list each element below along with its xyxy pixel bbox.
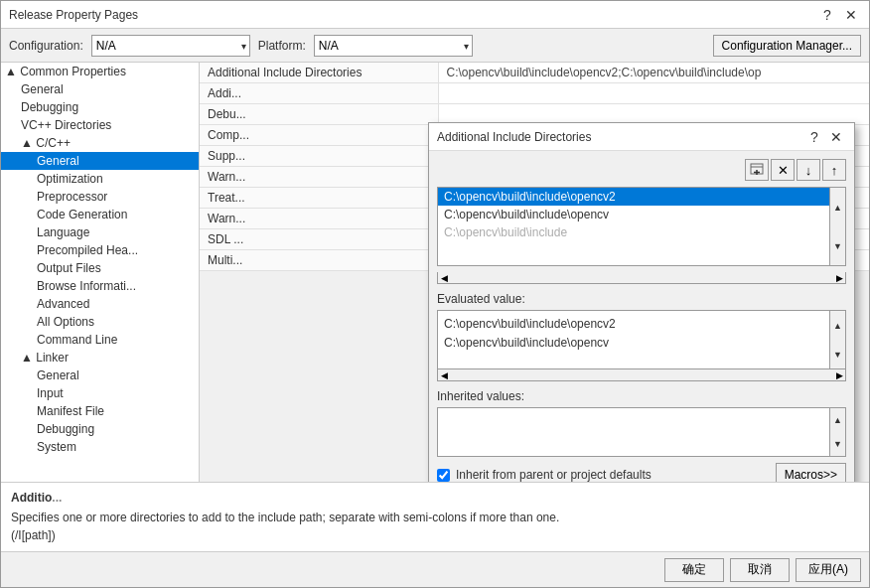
sidebar-item-input[interactable]: Input xyxy=(1,384,199,402)
inherit-checkbox[interactable] xyxy=(437,469,450,482)
dialog-body: ✕ ↓ ↑ C:\opencv\build\include\opencv2 C:… xyxy=(429,151,854,482)
inherited-scroll-down-button[interactable]: ▼ xyxy=(830,432,845,456)
eval-content: C:\opencv\build\include\opencv2 C:\openc… xyxy=(444,315,823,353)
sidebar-item-linker-debugging[interactable]: Debugging xyxy=(1,420,199,438)
sidebar-item-label: General xyxy=(37,154,79,168)
main-window: Release Property Pages ? ✕ Configuration… xyxy=(0,0,870,588)
desc-line1: Specifies one or more directories to add… xyxy=(11,509,859,526)
prop-name: Warn... xyxy=(200,167,438,188)
sidebar-item-label: Debugging xyxy=(37,422,94,436)
config-manager-button[interactable]: Configuration Manager... xyxy=(713,35,861,57)
bottom-desc: Additio... Specifies one or more directo… xyxy=(11,489,859,544)
dir-list-item[interactable]: C:\opencv\build\include\opencv2 xyxy=(438,188,829,206)
sidebar-item-browse-information[interactable]: Browse Informati... xyxy=(1,277,199,295)
prop-name: Comp... xyxy=(200,125,438,146)
hscroll-right-button[interactable]: ▶ xyxy=(833,272,845,283)
sidebar-item-code-generation[interactable]: Code Generation xyxy=(1,206,199,223)
eval-box: C:\opencv\build\include\opencv2 C:\openc… xyxy=(437,310,830,369)
dialog-help-button[interactable]: ? xyxy=(804,127,824,147)
config-select-wrap[interactable]: N/A xyxy=(91,35,250,57)
prop-name: Supp... xyxy=(200,146,438,167)
sidebar-item-label: Input xyxy=(37,386,64,400)
sidebar-item-label: All Options xyxy=(37,315,94,329)
sidebar-item-label: Code Generation xyxy=(37,208,127,221)
sidebar-item-label: Optimization xyxy=(37,172,103,186)
sidebar-item-system[interactable]: System xyxy=(1,438,199,456)
eval-scroll-down-button[interactable]: ▼ xyxy=(830,340,845,368)
footer-cancel-button[interactable]: 取消 xyxy=(730,558,790,582)
sidebar-item-output-files[interactable]: Output Files xyxy=(1,259,199,277)
sidebar-item-cpp-general[interactable]: General xyxy=(1,152,199,170)
delete-button[interactable]: ✕ xyxy=(771,159,795,181)
title-bar-left: Release Property Pages xyxy=(9,8,138,22)
table-row[interactable]: Additional Include Directories C:\opencv… xyxy=(200,63,869,83)
add-line-icon xyxy=(750,163,764,177)
sidebar-item-command-line[interactable]: Command Line xyxy=(1,331,199,349)
sidebar-item-vc-directories[interactable]: VC++ Directories xyxy=(1,116,199,134)
dialog-title-btns: ? ✕ xyxy=(804,127,846,147)
inherit-row: Inherit from parent or project defaults … xyxy=(437,463,846,482)
platform-select-wrap[interactable]: N/A xyxy=(314,35,473,57)
dialog-close-button[interactable]: ✕ xyxy=(826,127,846,147)
close-button[interactable]: ✕ xyxy=(841,5,861,25)
table-row[interactable]: Addi... xyxy=(200,83,869,104)
sidebar-item-common-props[interactable]: ▲ Common Properties xyxy=(1,63,199,80)
sidebar-item-label: VC++ Directories xyxy=(21,118,111,132)
sidebar-item-label: Debugging xyxy=(21,100,78,114)
eval-scrollbar: ▲ ▼ xyxy=(830,310,846,369)
sidebar-item-preprocessor[interactable]: Preprocessor xyxy=(1,188,199,206)
sidebar-item-label: ▲ C/C++ xyxy=(21,136,71,150)
dir-scroll-down-button[interactable]: ▼ xyxy=(830,226,845,265)
move-down-button[interactable]: ↓ xyxy=(797,159,820,181)
dir-list: C:\opencv\build\include\opencv2 C:\openc… xyxy=(437,187,830,266)
add-new-line-button[interactable] xyxy=(745,159,769,181)
prop-value: C:\opencv\build\include\opencv2;C:\openc… xyxy=(438,63,869,83)
hscroll-left-button[interactable]: ◀ xyxy=(438,272,450,283)
inherit-label: Inherit from parent or project defaults xyxy=(456,468,652,482)
sidebar-item-precompiled-headers[interactable]: Precompiled Hea... xyxy=(1,241,199,259)
eval-scroll-up-button[interactable]: ▲ xyxy=(830,311,845,340)
dir-list-item[interactable]: C:\opencv\build\include xyxy=(438,223,829,241)
sidebar-item-all-options[interactable]: All Options xyxy=(1,313,199,331)
prop-name: Debu... xyxy=(200,104,438,125)
sidebar-item-label: Preprocessor xyxy=(37,190,107,204)
desc-line2: (/I[path]) xyxy=(11,526,859,544)
prop-name: Warn... xyxy=(200,209,438,229)
sidebar-item-general[interactable]: General xyxy=(1,80,199,98)
sidebar-item-label: Language xyxy=(37,225,89,239)
macros-button[interactable]: Macros>> xyxy=(776,463,846,482)
eval-hscroll-left-button[interactable]: ◀ xyxy=(438,369,450,380)
confirm-button[interactable]: 确定 xyxy=(664,558,724,582)
sidebar-item-optimization[interactable]: Optimization xyxy=(1,170,199,188)
dialog-title: Additional Include Directories xyxy=(437,130,591,144)
platform-label: Platform: xyxy=(258,39,306,53)
eval-hscroll-right-button[interactable]: ▶ xyxy=(833,369,845,380)
sidebar-item-manifest-file[interactable]: Manifest File xyxy=(1,402,199,420)
hscroll-track xyxy=(450,272,833,283)
sidebar-item-advanced[interactable]: Advanced xyxy=(1,295,199,313)
move-up-button[interactable]: ↑ xyxy=(822,159,846,181)
config-label: Configuration: xyxy=(9,39,83,53)
dir-scroll-up-button[interactable]: ▲ xyxy=(830,188,845,226)
sidebar-item-language[interactable]: Language xyxy=(1,223,199,241)
platform-select[interactable]: N/A xyxy=(314,35,473,57)
eval-hscroll-track xyxy=(450,369,833,380)
apply-button[interactable]: 应用(A) xyxy=(796,558,861,582)
evaluated-label: Evaluated value: xyxy=(437,292,846,306)
sidebar-item-debugging[interactable]: Debugging xyxy=(1,98,199,116)
inherited-box xyxy=(437,407,830,457)
window-title: Release Property Pages xyxy=(9,8,138,22)
config-select[interactable]: N/A xyxy=(91,35,250,57)
prop-name: Additional Include Directories xyxy=(200,63,438,83)
dir-list-item[interactable]: C:\opencv\build\include\opencv xyxy=(438,206,829,223)
help-button[interactable]: ? xyxy=(817,5,837,25)
inherited-scroll-up-button[interactable]: ▲ xyxy=(830,408,845,432)
sidebar-item-label: Command Line xyxy=(37,333,117,347)
main-content: ▲ Common Properties General Debugging VC… xyxy=(1,63,869,482)
sidebar-item-label: Browse Informati... xyxy=(37,279,136,293)
sidebar-item-linker[interactable]: ▲ Linker xyxy=(1,349,199,367)
bottom-panel: Additio... Specifies one or more directo… xyxy=(1,482,869,551)
eval-hscroll: ◀ ▶ xyxy=(437,369,846,381)
sidebar-item-cpp[interactable]: ▲ C/C++ xyxy=(1,134,199,152)
sidebar-item-linker-general[interactable]: General xyxy=(1,367,199,384)
